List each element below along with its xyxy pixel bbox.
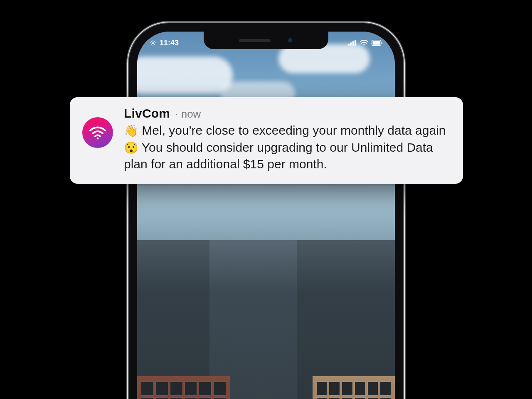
phone-screen: 11:43 xyxy=(137,32,395,399)
svg-rect-8 xyxy=(373,41,380,45)
app-icon xyxy=(82,117,113,148)
svg-point-0 xyxy=(152,42,154,44)
phone-frame: 11:43 xyxy=(129,23,403,399)
wifi-icon xyxy=(89,123,107,142)
battery-icon xyxy=(372,40,382,46)
wifi-icon xyxy=(360,40,368,46)
svg-rect-3 xyxy=(352,41,354,46)
phone-notch xyxy=(204,32,328,49)
gear-icon xyxy=(150,39,156,46)
notification-message: 👋 Mel, you're close to exceeding your mo… xyxy=(124,122,451,173)
svg-rect-1 xyxy=(348,44,350,46)
notification-app-name: LivCom xyxy=(124,106,170,121)
wallpaper-image xyxy=(137,32,395,399)
notification-time: · now xyxy=(175,108,201,121)
notification-body: LivCom · now 👋 Mel, you're close to exce… xyxy=(124,106,451,173)
status-time: 11:43 xyxy=(160,39,179,47)
surprised-emoji: 😯 xyxy=(124,141,138,154)
svg-rect-4 xyxy=(355,40,356,46)
cellular-icon xyxy=(348,40,357,46)
front-camera xyxy=(287,37,293,43)
notification-card[interactable]: LivCom · now 👋 Mel, you're close to exce… xyxy=(70,97,463,184)
speaker-grille xyxy=(239,39,271,42)
svg-rect-7 xyxy=(382,42,382,44)
svg-point-9 xyxy=(97,138,99,140)
wave-emoji: 👋 xyxy=(124,124,138,137)
svg-rect-2 xyxy=(350,42,352,46)
svg-point-5 xyxy=(363,44,365,45)
notification-header: LivCom · now xyxy=(124,106,451,121)
